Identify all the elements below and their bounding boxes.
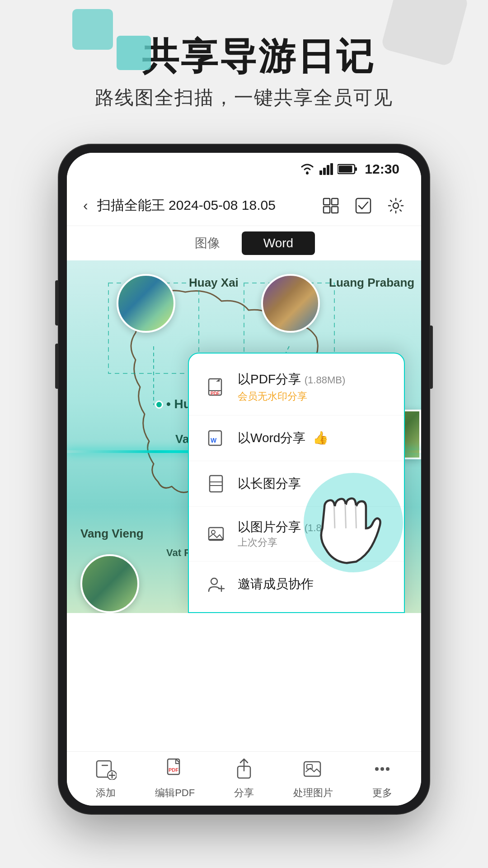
- bottom-share[interactable]: 分享: [233, 758, 255, 800]
- pdf-icon: PDF: [205, 376, 227, 398]
- status-time: 12:30: [365, 161, 399, 177]
- bottom-more[interactable]: 更多: [371, 758, 393, 800]
- share-pdf-main: 以PDF分享 (1.88MB): [238, 371, 388, 388]
- status-bar: 12:30: [67, 153, 421, 185]
- svg-rect-10: [324, 207, 330, 213]
- top-nav: ‹ 扫描全能王 2024-05-08 18.05: [67, 185, 421, 226]
- hand-cursor: [304, 473, 394, 563]
- more-label: 更多: [372, 786, 392, 800]
- share-word-main: 以Word分享 👍: [238, 429, 388, 447]
- share-pdf-sub: 会员无水印分享: [238, 390, 388, 403]
- side-button-volume-up: [55, 280, 59, 326]
- share-word-item[interactable]: W 以Word分享 👍: [189, 415, 404, 461]
- share-pdf-item[interactable]: PDF 以PDF分享 (1.88MB) 会员无水印分享: [189, 359, 404, 415]
- svg-rect-8: [324, 198, 330, 205]
- phone-screen: 12:30 ‹ 扫描全能王 2024-05-08 18.05: [67, 153, 421, 806]
- sub-title-text: 路线图全扫描，一键共享全员可见: [0, 85, 488, 110]
- svg-rect-2: [323, 168, 326, 175]
- svg-text:W: W: [211, 437, 217, 444]
- svg-rect-7: [339, 166, 352, 173]
- svg-rect-6: [355, 167, 357, 171]
- svg-point-13: [393, 203, 399, 208]
- bottom-edit-pdf[interactable]: PDF 编辑PDF: [155, 758, 195, 800]
- map-area: Huay Xai Luang Prabang • Huay Xai Luang …: [67, 260, 421, 613]
- svg-rect-24: [210, 476, 222, 492]
- svg-text:PDF: PDF: [211, 391, 220, 396]
- image-icon: [205, 523, 227, 545]
- long-image-icon: [205, 473, 227, 495]
- city-photo-huay-xai: [117, 274, 175, 333]
- signal-icon: [319, 163, 333, 175]
- bottom-process-image[interactable]: 处理图片: [293, 758, 333, 800]
- tab-image[interactable]: 图像: [173, 230, 242, 256]
- main-title: 共享导游日记: [0, 36, 488, 77]
- invite-icon: [205, 573, 227, 595]
- share-label: 分享: [234, 786, 254, 800]
- svg-rect-1: [319, 170, 322, 175]
- status-icons: [300, 163, 357, 175]
- add-label: 添加: [96, 786, 116, 800]
- process-image-label: 处理图片: [293, 786, 333, 800]
- svg-rect-27: [209, 528, 223, 540]
- svg-rect-3: [327, 165, 329, 175]
- svg-point-47: [386, 767, 389, 771]
- svg-point-29: [211, 578, 217, 585]
- wifi-icon: [300, 163, 315, 175]
- svg-line-34: [356, 505, 357, 528]
- edit-pdf-label: 编辑PDF: [155, 786, 195, 800]
- phone-frame: 12:30 ‹ 扫描全能王 2024-05-08 18.05: [59, 145, 429, 814]
- share-pdf-text: 以PDF分享 (1.88MB) 会员无水印分享: [238, 371, 388, 403]
- city-photo-vang-vieng-label: Vang Vieng: [80, 527, 144, 541]
- back-button[interactable]: ‹: [83, 197, 88, 214]
- nav-title: 扫描全能王 2024-05-08 18.05: [97, 196, 313, 215]
- svg-rect-9: [332, 198, 338, 205]
- svg-point-0: [306, 172, 309, 175]
- tab-bar: 图像 Word: [67, 226, 421, 260]
- share-invite-text: 邀请成员协作: [238, 576, 388, 593]
- check-icon[interactable]: [354, 197, 372, 215]
- phone-wrapper: 12:30 ‹ 扫描全能王 2024-05-08 18.05: [59, 145, 429, 814]
- battery-icon: [338, 163, 357, 175]
- edit-pdf-icon: PDF: [164, 758, 186, 783]
- svg-rect-11: [332, 207, 338, 213]
- side-button-power: [429, 326, 433, 389]
- settings-icon[interactable]: [387, 197, 405, 215]
- bottom-add[interactable]: 添加: [95, 758, 117, 800]
- title-deco-box: [117, 36, 151, 70]
- add-icon: [95, 758, 117, 783]
- bottom-bar: 添加 PDF 编辑PDF: [67, 751, 421, 806]
- more-icon: [371, 758, 393, 783]
- svg-point-45: [375, 767, 379, 771]
- svg-line-33: [345, 504, 346, 528]
- city-photo-vang-vieng: [80, 554, 139, 613]
- header-section: 共享导游日记 路线图全扫描，一键共享全员可见: [0, 36, 488, 110]
- svg-text:PDF: PDF: [169, 767, 178, 773]
- word-icon: W: [205, 427, 227, 449]
- city-photo-luang-prabang: [261, 274, 320, 333]
- main-title-text: 共享导游日记: [142, 36, 375, 77]
- svg-line-32: [334, 506, 335, 528]
- nav-icons: [322, 197, 405, 215]
- svg-rect-4: [330, 163, 333, 175]
- share-invite-main: 邀请成员协作: [238, 576, 388, 593]
- svg-point-46: [380, 767, 384, 771]
- side-button-volume-down: [55, 344, 59, 389]
- share-word-text: 以Word分享 👍: [238, 429, 388, 447]
- map-label-luang-prabang-top: Luang Prabang: [329, 276, 414, 290]
- map-label-huay-xai-top: Huay Xai: [189, 276, 239, 290]
- grid-icon[interactable]: [322, 197, 340, 215]
- share-icon: [233, 758, 255, 783]
- city-dot-huay-xai: [155, 401, 163, 409]
- tab-word[interactable]: Word: [242, 231, 315, 255]
- process-image-icon: [302, 758, 324, 783]
